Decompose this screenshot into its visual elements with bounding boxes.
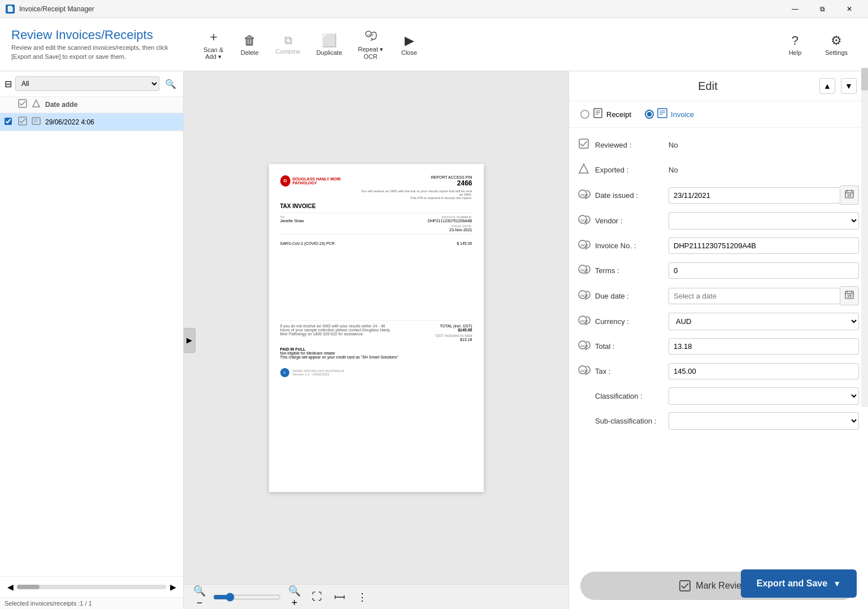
- svg-text:OCR: OCR: [580, 294, 588, 297]
- panel-toggle[interactable]: ▶: [184, 328, 196, 353]
- total-ocr-icon: OCR: [578, 339, 595, 353]
- duplicate-label: Duplicate: [316, 49, 342, 56]
- export-area: Export and Save ▼: [741, 569, 857, 598]
- date-added-header: Date adde: [45, 101, 179, 109]
- svg-text:OCR: OCR: [580, 344, 588, 348]
- duplicate-button[interactable]: ⬜ Duplicate: [310, 29, 349, 61]
- receipt-option[interactable]: Receipt: [580, 108, 631, 120]
- total-input[interactable]: [669, 338, 859, 355]
- classification-select[interactable]: [669, 387, 859, 405]
- invoice-no-input[interactable]: [669, 237, 859, 254]
- content-area: ⊟ All 🔍 Date adde: [0, 71, 868, 609]
- close-button[interactable]: ✕: [836, 0, 862, 18]
- item-date: 29/06/2022 4:06: [45, 118, 179, 126]
- close-doc-icon: ▶: [405, 33, 414, 48]
- invoice-radio[interactable]: [645, 110, 654, 119]
- svg-text:OCR: OCR: [580, 269, 588, 272]
- toolbar: ＋ Scan & Add ▾ 🗑 Delete ⧉ Combine ⬜ Dupl…: [197, 24, 426, 65]
- vendor-ocr-icon: OCR: [578, 214, 595, 228]
- vendor-label: Vendor :: [595, 217, 669, 225]
- fit-width-button[interactable]: [331, 588, 349, 606]
- receipt-icon: [593, 108, 603, 120]
- gst-label: GST included in total: [436, 334, 472, 338]
- repeat-ocr-label: Repeat ▾: [358, 46, 384, 53]
- invoice-option[interactable]: Invoice: [645, 108, 694, 120]
- combine-label: Combine: [276, 48, 301, 55]
- scan-add-label2: Add ▾: [205, 53, 222, 61]
- invoice-no-field-row: OCR Invoice No. :: [569, 233, 868, 258]
- reviewed-label: Reviewed :: [595, 141, 669, 149]
- service-amount: $ 145.00: [457, 241, 472, 245]
- edit-nav-up[interactable]: ▲: [819, 78, 835, 94]
- status-bar: Selected invoices/receipts :1 / 1: [0, 597, 183, 609]
- edit-nav-down[interactable]: ▼: [841, 78, 857, 94]
- date-issued-input[interactable]: [669, 187, 840, 204]
- window-controls: — ⧉ ✕: [782, 0, 862, 18]
- report-pin: 2466: [359, 179, 472, 187]
- duplicate-icon: ⬜: [322, 33, 337, 48]
- more-options-button[interactable]: ⋮: [353, 588, 371, 606]
- vendor-select[interactable]: [669, 212, 859, 230]
- page-title: Review Invoices/Receipts: [11, 28, 168, 42]
- tax-input[interactable]: [669, 363, 859, 379]
- repeat-ocr-button[interactable]: OCR Repeat ▾ OCR: [351, 25, 390, 64]
- currency-field-row: OCR Currency : AUD USD EUR: [569, 309, 868, 334]
- receipt-radio[interactable]: [580, 110, 589, 119]
- list-area: 29/06/2022 4:06: [0, 113, 183, 576]
- help-button[interactable]: ? Help: [780, 29, 811, 61]
- fit-page-button[interactable]: ⛶: [308, 588, 326, 606]
- header-title-area: Review Invoices/Receipts Review and edit…: [11, 28, 168, 61]
- scan-add-label: Scan &: [203, 46, 223, 53]
- export-save-button[interactable]: Export and Save ▼: [741, 569, 857, 598]
- clinic-logo: D DOUGLASS HANLY MOIR PATHOLOGY: [280, 175, 359, 187]
- tax-ocr-icon: OCR: [578, 364, 595, 378]
- currency-label: Currency :: [595, 317, 669, 326]
- total-label: Total :: [595, 342, 669, 351]
- scroll-right-button[interactable]: ▶: [166, 580, 180, 594]
- search-button[interactable]: 🔍: [163, 76, 179, 92]
- svg-text:15: 15: [847, 193, 852, 197]
- inv-num: DHP2111230751209A4B: [428, 219, 472, 223]
- close-doc-label: Close: [401, 49, 417, 56]
- help-label: Help: [789, 49, 802, 56]
- due-date-calendar-button[interactable]: 15: [840, 286, 859, 305]
- paid-label: PAID IN FULL: [280, 347, 472, 351]
- header: Review Invoices/Receipts Review and edit…: [0, 18, 868, 71]
- invoice-label: Invoice: [671, 110, 694, 119]
- ocr-icon: OCR: [364, 29, 377, 45]
- invoice-document: D DOUGLASS HANLY MOIR PATHOLOGY REPORT A…: [269, 164, 484, 492]
- close-doc-button[interactable]: ▶ Close: [392, 29, 426, 61]
- subclassification-select[interactable]: [669, 412, 859, 430]
- zoom-in-button[interactable]: 🔍+: [285, 588, 303, 606]
- filter-icon[interactable]: ⊟: [5, 79, 12, 89]
- zoom-slider[interactable]: [213, 593, 281, 602]
- currency-select[interactable]: AUD USD EUR: [669, 313, 859, 330]
- subclassification-field-row: Sub-classification :: [569, 408, 868, 433]
- terms-input[interactable]: [669, 262, 859, 279]
- doc-spacer: [280, 252, 472, 320]
- terms-field-row: OCR Terms :: [569, 258, 868, 283]
- list-item[interactable]: 29/06/2022 4:06: [0, 113, 183, 131]
- delete-button[interactable]: 🗑 Delete: [233, 29, 267, 61]
- divider2: [280, 234, 472, 235]
- combine-icon: ⧉: [284, 34, 292, 47]
- filter-select[interactable]: All: [15, 76, 159, 91]
- scroll-left-button[interactable]: ◀: [3, 580, 17, 594]
- total-field-row: OCR Total :: [569, 334, 868, 359]
- restore-button[interactable]: ⧉: [809, 0, 835, 18]
- item-checkbox[interactable]: [5, 118, 18, 127]
- toolbar-right: ? Help ⚙ Settings: [780, 29, 857, 61]
- selected-count: Selected invoices/receipts :1 / 1: [5, 600, 92, 607]
- service-name: SARS-CoV-2 (COVID-19) PCR: [280, 241, 335, 245]
- settings-button[interactable]: ⚙ Settings: [816, 29, 857, 61]
- doc-toolbar: 🔍− 🔍+ ⛶ ⋮: [184, 584, 568, 609]
- svg-rect-9: [594, 109, 602, 118]
- scan-add-button[interactable]: ＋ Scan & Add ▾: [197, 24, 231, 65]
- svg-rect-45: [680, 581, 690, 591]
- date-issued-calendar-button[interactable]: 15: [840, 185, 859, 205]
- minimize-button[interactable]: —: [782, 0, 808, 18]
- svg-text:OCR: OCR: [580, 369, 588, 373]
- combine-button[interactable]: ⧉ Combine: [269, 29, 307, 59]
- zoom-out-button[interactable]: 🔍−: [190, 588, 209, 606]
- due-date-input[interactable]: [669, 288, 840, 304]
